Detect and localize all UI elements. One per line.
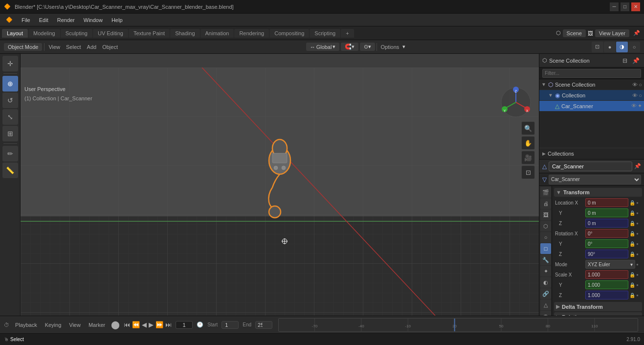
props-tab-modifier[interactable]: 🔧: [540, 254, 551, 265]
ws-pin-button[interactable]: 📌: [631, 29, 642, 37]
rotation-x-value[interactable]: 0°: [585, 229, 628, 238]
object-menu-btn[interactable]: Object: [100, 43, 120, 51]
move-tool[interactable]: ⊕: [2, 76, 18, 92]
pan-btn[interactable]: ✋: [521, 136, 535, 150]
hide-vis-icon[interactable]: ○: [639, 82, 642, 88]
rotate-tool[interactable]: ↺: [2, 92, 18, 108]
object-name-field[interactable]: [549, 161, 632, 171]
solid-btn[interactable]: ●: [604, 42, 616, 52]
object-mode-dropdown[interactable]: Object Mode: [4, 43, 42, 51]
transform-section-header[interactable]: ▼ Transform: [554, 188, 642, 197]
annotate-tool[interactable]: ✏: [2, 146, 18, 161]
transform-dropdown[interactable]: ↔ Global ▾: [306, 43, 340, 51]
workspace-tab-rendering[interactable]: Rendering: [234, 29, 269, 38]
render-menu[interactable]: Render: [53, 16, 79, 24]
rendered-btn[interactable]: ○: [628, 42, 640, 52]
current-frame-display[interactable]: 1: [176, 321, 193, 329]
workspace-tab-texture-paint[interactable]: Texture Paint: [129, 29, 170, 38]
zoom-btn[interactable]: 🔍: [521, 121, 535, 135]
prev-frame-btn[interactable]: ⏪: [132, 321, 140, 328]
window-menu[interactable]: Window: [80, 16, 107, 24]
rotation-y-value[interactable]: 0°: [585, 239, 628, 248]
help-menu[interactable]: Help: [108, 16, 127, 24]
close-button[interactable]: ✕: [631, 2, 640, 11]
delta-transform-section[interactable]: ▶ Delta Transform: [554, 302, 642, 311]
rotation-z-value[interactable]: 90°: [585, 250, 628, 258]
grid-area[interactable]: User Perspective (1) Collection | Car_Sc…: [21, 68, 539, 316]
workspace-tab-scripting[interactable]: Scripting: [310, 29, 340, 38]
cursor-tool[interactable]: ✛: [2, 56, 18, 71]
start-frame-input[interactable]: [222, 321, 239, 329]
orthographic-btn[interactable]: ⊡: [521, 165, 535, 179]
collections-section[interactable]: ▶ Collections: [539, 149, 644, 158]
scale-y-value[interactable]: 1.000: [585, 280, 628, 289]
scene-selector[interactable]: Scene: [563, 29, 586, 37]
location-y-value[interactable]: 0 m: [585, 208, 628, 217]
scale-tool[interactable]: ⤡: [2, 109, 18, 125]
cs-eye-icon[interactable]: 👁: [631, 103, 637, 109]
jump-start-btn[interactable]: ⏮: [124, 321, 130, 328]
location-z-value[interactable]: 0 m: [585, 219, 628, 228]
cs-filter-icon[interactable]: ✦: [638, 103, 642, 109]
snap-button[interactable]: 🧲▾: [341, 43, 358, 51]
collection-hide-icon[interactable]: ○: [639, 92, 642, 98]
tree-car-scanner[interactable]: △ Car_Scanner 👁 ✦: [539, 101, 644, 112]
props-tab-scene[interactable]: ⬡: [540, 221, 551, 231]
props-tab-particles[interactable]: ✦: [540, 266, 551, 276]
outliner-filter-btn[interactable]: ⊟: [621, 57, 629, 65]
props-tab-view-layer[interactable]: 🖼: [540, 209, 551, 220]
material-preview-btn[interactable]: ◑: [616, 42, 628, 52]
props-tab-physics[interactable]: ◐: [540, 277, 551, 288]
eye-vis-icon[interactable]: 👁: [632, 82, 638, 88]
view-layer-selector[interactable]: View Layer: [595, 29, 629, 37]
workspace-tab-sculpting[interactable]: Sculpting: [61, 29, 92, 38]
select-menu-btn[interactable]: Select: [64, 43, 83, 51]
workspace-tab-modeling[interactable]: Modeling: [28, 29, 60, 38]
end-frame-input[interactable]: [255, 321, 272, 329]
minimize-button[interactable]: ─: [610, 2, 619, 11]
view-menu-tl[interactable]: View: [67, 321, 83, 329]
play-back-btn[interactable]: ◀: [142, 321, 147, 328]
props-tab-world[interactable]: ○: [540, 232, 551, 243]
props-tab-render[interactable]: 🎬: [540, 187, 551, 198]
jump-end-btn[interactable]: ⏭: [165, 321, 172, 328]
tree-collection[interactable]: ▼ ◉ Collection 👁 ○: [539, 90, 644, 101]
options-btn[interactable]: Options: [378, 43, 401, 51]
titlebar-controls[interactable]: ─ □ ✕: [610, 2, 640, 11]
mesh-data-dropdown[interactable]: Car_Scanner: [549, 175, 641, 184]
edit-menu[interactable]: Edit: [35, 16, 52, 24]
maximize-button[interactable]: □: [621, 2, 629, 11]
add-keyframe-btn[interactable]: ⬤: [111, 320, 120, 329]
blender-menu[interactable]: 🔶: [2, 16, 17, 24]
timeline-ruler-area[interactable]: -70 -40 -10 20 50 80 110: [278, 318, 638, 332]
marker-menu[interactable]: Marker: [87, 321, 107, 329]
ruler-tool[interactable]: 📏: [2, 162, 18, 178]
playback-menu[interactable]: Playback: [13, 321, 39, 329]
file-menu[interactable]: File: [18, 16, 34, 24]
proportional-edit[interactable]: ⊙▾: [360, 43, 375, 51]
workspace-tab-shading[interactable]: Shading: [170, 29, 200, 38]
viewport[interactable]: User Perspective (1) Collection | Car_Sc…: [21, 54, 539, 316]
wireframe-btn[interactable]: ⊡: [592, 42, 603, 52]
outliner-pin-btn[interactable]: 📌: [631, 57, 641, 65]
scale-z-value[interactable]: 1.000: [585, 291, 628, 299]
camera-view-btn[interactable]: 🎥: [521, 151, 535, 164]
props-tab-material[interactable]: ◉: [540, 311, 551, 316]
add-menu-btn[interactable]: Add: [85, 43, 99, 51]
workspace-tab-layout[interactable]: Layout: [2, 29, 28, 38]
props-tab-constraints[interactable]: 🔗: [540, 288, 551, 299]
props-tab-data[interactable]: △: [540, 299, 551, 310]
workspace-tab-animation[interactable]: Animation: [200, 29, 234, 38]
play-btn[interactable]: ▶: [149, 321, 154, 328]
next-frame-btn[interactable]: ⏩: [155, 321, 163, 328]
tree-scene-collection[interactable]: ▼ ⬡ Scene Collection 👁 ○: [539, 79, 644, 90]
transform-tool[interactable]: ⊞: [2, 126, 18, 141]
collection-eye-icon[interactable]: 👁: [632, 92, 638, 98]
workspace-tab-add[interactable]: +: [341, 29, 354, 38]
location-x-value[interactable]: 0 m: [585, 198, 628, 207]
outliner-search-input[interactable]: [542, 69, 641, 78]
object-name-pin[interactable]: 📌: [634, 163, 641, 169]
viewport-gizmo[interactable]: Z X Y: [499, 85, 533, 119]
props-tab-object[interactable]: □: [540, 243, 551, 254]
keying-menu[interactable]: Keying: [43, 321, 64, 329]
